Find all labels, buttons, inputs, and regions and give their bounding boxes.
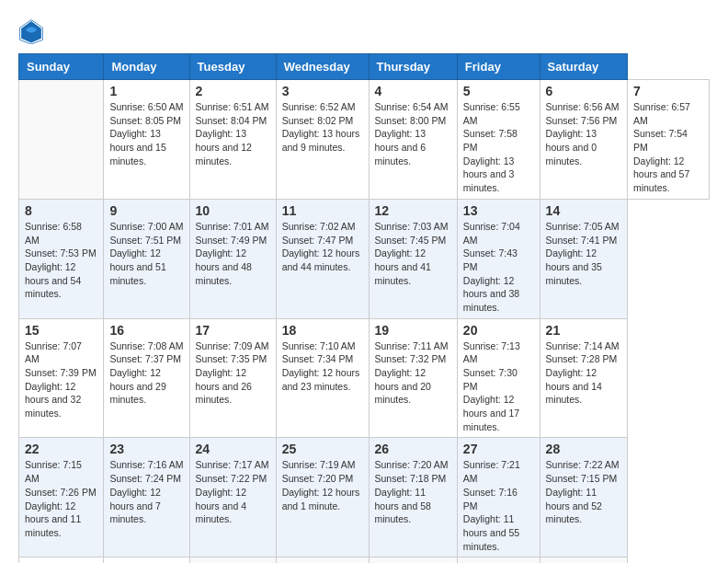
sunrise: Sunrise: 7:05 AM <box>546 221 620 232</box>
day-info: Sunrise: 6:55 AM Sunset: 7:58 PM Dayligh… <box>463 100 534 195</box>
daylight: Daylight: 12 hours and 54 minutes. <box>25 261 81 299</box>
calendar-day-cell: 4 Sunrise: 6:54 AM Sunset: 8:00 PM Dayli… <box>369 80 457 200</box>
day-number: 10 <box>196 203 270 218</box>
day-number: 20 <box>463 323 534 338</box>
sunset: Sunset: 7:16 PM <box>463 487 518 511</box>
day-of-week-header: Thursday <box>369 54 457 80</box>
sunset: Sunset: 8:02 PM <box>282 115 354 126</box>
sunrise: Sunrise: 7:22 AM <box>546 459 620 470</box>
day-info: Sunrise: 7:05 AM Sunset: 7:41 PM Dayligh… <box>546 220 621 287</box>
sunrise: Sunrise: 7:10 AM <box>282 340 356 351</box>
day-info: Sunrise: 7:01 AM Sunset: 7:49 PM Dayligh… <box>196 220 270 287</box>
sunset: Sunset: 7:15 PM <box>546 473 618 484</box>
day-of-week-header: Tuesday <box>189 54 276 80</box>
sunset: Sunset: 7:47 PM <box>282 235 354 246</box>
day-info: Sunrise: 6:57 AM Sunset: 7:54 PM Dayligh… <box>633 100 703 195</box>
sunrise: Sunrise: 6:58 AM <box>25 221 82 246</box>
sunrise: Sunrise: 7:20 AM <box>375 459 449 470</box>
day-of-week-header: Saturday <box>540 54 627 80</box>
calendar-table: SundayMondayTuesdayWednesdayThursdayFrid… <box>18 53 710 563</box>
sunrise: Sunrise: 6:51 AM <box>196 101 269 112</box>
day-number: 14 <box>546 203 621 218</box>
sunrise: Sunrise: 7:11 AM <box>375 340 449 351</box>
sunrise: Sunrise: 7:03 AM <box>375 221 449 232</box>
day-of-week-header: Wednesday <box>276 54 369 80</box>
day-number: 19 <box>375 323 451 338</box>
day-info: Sunrise: 6:54 AM Sunset: 8:00 PM Dayligh… <box>375 100 451 167</box>
day-number: 18 <box>282 323 363 338</box>
day-number: 25 <box>282 442 363 456</box>
calendar-week-row: 29 Sunrise: 7:23 AM Sunset: 7:13 PM Dayl… <box>19 557 710 563</box>
sunset: Sunset: 8:04 PM <box>196 115 267 126</box>
calendar-day-cell: 17 Sunrise: 7:09 AM Sunset: 7:35 PM Dayl… <box>189 318 276 438</box>
day-info: Sunrise: 7:13 AM Sunset: 7:30 PM Dayligh… <box>463 339 534 434</box>
sunset: Sunset: 7:58 PM <box>463 128 518 153</box>
calendar-day-cell: 11 Sunrise: 7:02 AM Sunset: 7:47 PM Dayl… <box>276 199 369 318</box>
logo <box>18 18 48 44</box>
daylight: Daylight: 12 hours and 26 minutes. <box>196 367 252 405</box>
day-number: 22 <box>25 442 97 456</box>
day-number: 4 <box>375 84 451 98</box>
day-info: Sunrise: 7:22 AM Sunset: 7:15 PM Dayligh… <box>546 458 621 525</box>
calendar-day-cell <box>19 80 104 200</box>
day-number: 23 <box>109 442 183 456</box>
calendar-header-row: SundayMondayTuesdayWednesdayThursdayFrid… <box>19 54 710 80</box>
sunrise: Sunrise: 7:19 AM <box>282 459 356 470</box>
day-info: Sunrise: 7:20 AM Sunset: 7:18 PM Dayligh… <box>375 458 451 525</box>
sunrise: Sunrise: 6:56 AM <box>546 101 620 112</box>
calendar-day-cell: 16 Sunrise: 7:08 AM Sunset: 7:37 PM Dayl… <box>104 318 189 438</box>
sunset: Sunset: 7:43 PM <box>463 247 518 272</box>
day-info: Sunrise: 7:14 AM Sunset: 7:28 PM Dayligh… <box>546 339 621 407</box>
day-info: Sunrise: 6:58 AM Sunset: 7:53 PM Dayligh… <box>25 220 97 301</box>
sunset: Sunset: 7:39 PM <box>25 367 97 378</box>
day-info: Sunrise: 7:02 AM Sunset: 7:47 PM Dayligh… <box>282 220 363 274</box>
day-number: 11 <box>282 203 363 218</box>
day-info: Sunrise: 7:21 AM Sunset: 7:16 PM Dayligh… <box>463 458 534 553</box>
calendar-day-cell: 1 Sunrise: 6:50 AM Sunset: 8:05 PM Dayli… <box>104 80 189 200</box>
calendar-day-cell: 18 Sunrise: 7:10 AM Sunset: 7:34 PM Dayl… <box>276 318 369 438</box>
sunset: Sunset: 7:26 PM <box>25 487 97 498</box>
calendar-day-cell <box>457 557 540 563</box>
day-number: 9 <box>109 203 183 218</box>
sunrise: Sunrise: 6:54 AM <box>375 101 449 112</box>
sunrise: Sunrise: 6:52 AM <box>282 101 356 112</box>
calendar-day-cell: 6 Sunrise: 6:56 AM Sunset: 7:56 PM Dayli… <box>540 80 627 200</box>
sunset: Sunset: 7:28 PM <box>546 353 618 364</box>
daylight: Daylight: 12 hours and 48 minutes. <box>196 247 252 285</box>
sunrise: Sunrise: 6:50 AM <box>109 101 183 112</box>
day-info: Sunrise: 7:11 AM Sunset: 7:32 PM Dayligh… <box>375 339 451 407</box>
calendar-day-cell: 14 Sunrise: 7:05 AM Sunset: 7:41 PM Dayl… <box>540 199 627 318</box>
sunset: Sunset: 7:56 PM <box>546 115 618 126</box>
calendar-day-cell: 5 Sunrise: 6:55 AM Sunset: 7:58 PM Dayli… <box>457 80 540 200</box>
sunset: Sunset: 7:32 PM <box>375 353 447 364</box>
calendar-day-cell: 15 Sunrise: 7:07 AM Sunset: 7:39 PM Dayl… <box>19 318 104 438</box>
daylight: Daylight: 12 hours and 4 minutes. <box>196 487 246 524</box>
daylight: Daylight: 12 hours and 7 minutes. <box>109 487 160 524</box>
day-number: 8 <box>25 203 97 218</box>
calendar-day-cell: 8 Sunrise: 6:58 AM Sunset: 7:53 PM Dayli… <box>19 199 104 318</box>
sunset: Sunset: 7:49 PM <box>196 235 267 246</box>
sunset: Sunset: 7:30 PM <box>463 367 518 392</box>
calendar-week-row: 15 Sunrise: 7:07 AM Sunset: 7:39 PM Dayl… <box>19 318 710 438</box>
calendar-day-cell: 3 Sunrise: 6:52 AM Sunset: 8:02 PM Dayli… <box>276 80 369 200</box>
daylight: Daylight: 12 hours and 51 minutes. <box>109 247 165 285</box>
sunset: Sunset: 7:18 PM <box>375 473 447 484</box>
sunrise: Sunrise: 7:00 AM <box>109 221 183 232</box>
day-number: 16 <box>109 323 183 338</box>
daylight: Daylight: 12 hours and 44 minutes. <box>282 247 360 272</box>
calendar-day-cell: 27 Sunrise: 7:21 AM Sunset: 7:16 PM Dayl… <box>457 438 540 557</box>
calendar-day-cell: 13 Sunrise: 7:04 AM Sunset: 7:43 PM Dayl… <box>457 199 540 318</box>
sunrise: Sunrise: 7:13 AM <box>463 340 520 365</box>
calendar-day-cell: 22 Sunrise: 7:15 AM Sunset: 7:26 PM Dayl… <box>19 438 104 557</box>
daylight: Daylight: 12 hours and 11 minutes. <box>25 500 81 538</box>
calendar-day-cell: 21 Sunrise: 7:14 AM Sunset: 7:28 PM Dayl… <box>540 318 627 438</box>
day-of-week-header: Monday <box>104 54 189 80</box>
sunset: Sunset: 8:05 PM <box>109 115 181 126</box>
day-info: Sunrise: 7:03 AM Sunset: 7:45 PM Dayligh… <box>375 220 451 287</box>
daylight: Daylight: 12 hours and 32 minutes. <box>25 381 81 419</box>
day-number: 6 <box>546 84 621 98</box>
calendar-day-cell: 30 Sunrise: 7:25 AM Sunset: 7:11 PM Dayl… <box>104 557 189 563</box>
day-number: 28 <box>546 442 621 456</box>
day-info: Sunrise: 7:00 AM Sunset: 7:51 PM Dayligh… <box>109 220 183 287</box>
day-of-week-header: Friday <box>457 54 540 80</box>
